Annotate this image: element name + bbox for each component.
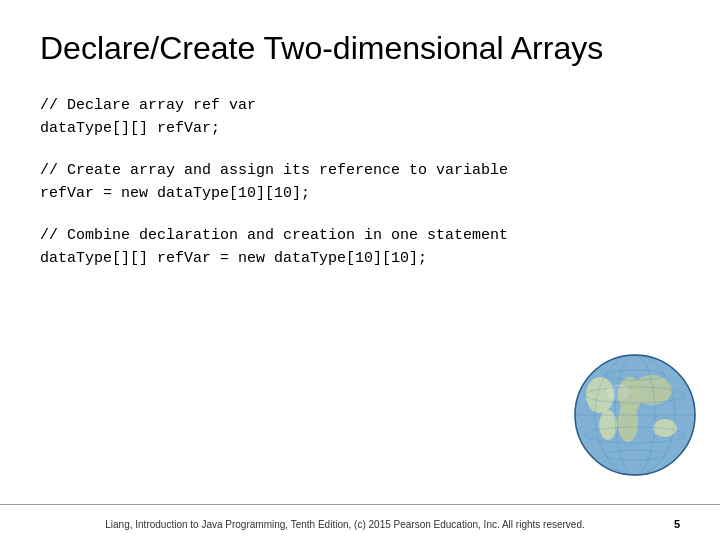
svg-point-5 [599, 410, 617, 440]
comment-3: // Combine declaration and creation in o… [40, 225, 680, 248]
slide-title: Declare/Create Two-dimensional Arrays [40, 30, 680, 67]
globe-decoration [570, 350, 700, 480]
footer-text: Liang, Introduction to Java Programming,… [40, 519, 650, 530]
footer-page-number: 5 [650, 518, 680, 530]
svg-point-2 [618, 402, 638, 442]
code-line-3: dataType[][] refVar = new dataType[10][1… [40, 248, 680, 271]
code-section-2: // Create array and assign its reference… [40, 160, 680, 205]
code-line-1: dataType[][] refVar; [40, 118, 680, 141]
comment-1: // Declare array ref var [40, 95, 680, 118]
code-section-3: // Combine declaration and creation in o… [40, 225, 680, 270]
svg-point-3 [632, 375, 672, 405]
comment-2: // Create array and assign its reference… [40, 160, 680, 183]
footer: Liang, Introduction to Java Programming,… [0, 518, 720, 530]
code-section-1: // Declare array ref var dataType[][] re… [40, 95, 680, 140]
slide: Declare/Create Two-dimensional Arrays //… [0, 0, 720, 540]
svg-point-17 [606, 384, 630, 400]
footer-divider [0, 504, 720, 505]
code-line-2: refVar = new dataType[10][10]; [40, 183, 680, 206]
